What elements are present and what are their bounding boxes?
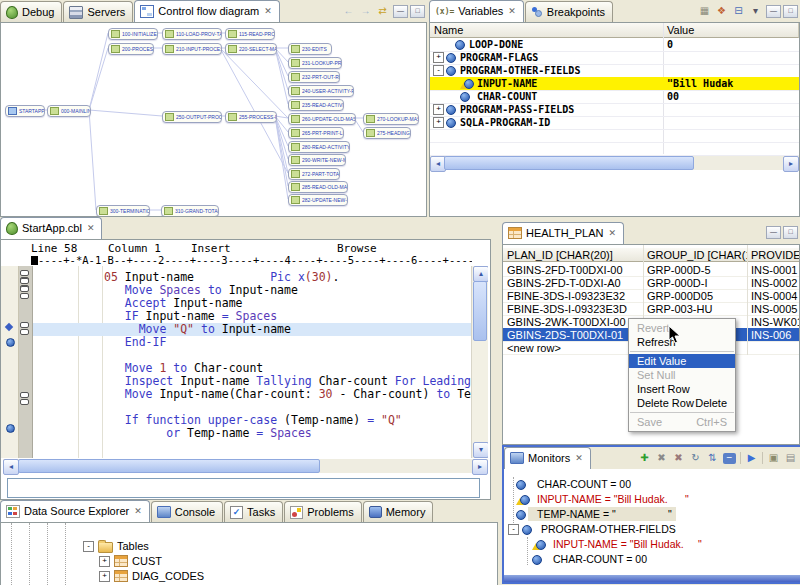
- tree-item-cust[interactable]: +CUST: [99, 554, 162, 569]
- flow-node-235-read-activity[interactable]: 235-READ-ACTIVITY: [288, 99, 344, 111]
- tab-variables[interactable]: (x)=Variables✕: [429, 0, 524, 22]
- column-header-provider-cha[interactable]: PROVIDER [CHA: [747, 248, 800, 262]
- tab-memory[interactable]: Memory: [363, 501, 434, 522]
- menu-item-insert-row[interactable]: Insert Row: [629, 382, 735, 396]
- close-icon[interactable]: ✕: [134, 506, 142, 516]
- collapse-icon[interactable]: -: [83, 541, 94, 552]
- control-flow-diagram-canvas[interactable]: STARTAPP000-MAINLINE100-INITIALIZE110-LO…: [0, 22, 427, 217]
- tab-problems[interactable]: Problems: [284, 501, 361, 522]
- editor-body[interactable]: 05 Input-name Pic x(30). Move Spaces to …: [1, 266, 488, 458]
- flow-node-200-process[interactable]: 200-PROCESS: [108, 43, 154, 55]
- tab-startapp-cbl[interactable]: StartApp.cbl✕: [0, 217, 102, 239]
- tree-item-diag-codes[interactable]: +DIAG_CODES: [99, 569, 204, 584]
- column-header-group-id-char-10[interactable]: GROUP_ID [CHAR(10)]: [643, 248, 751, 262]
- variable-row-char-count[interactable]: CHAR-COUNT00: [430, 90, 799, 104]
- scroll-right-button[interactable]: ▸: [783, 156, 799, 172]
- scroll-down-button[interactable]: ▾: [473, 442, 488, 458]
- flow-node-220-select-max[interactable]: 220-SELECT-MAX: [225, 43, 277, 55]
- scroll-left-button[interactable]: ◂: [3, 459, 19, 475]
- tab-debug[interactable]: Debug: [0, 1, 62, 22]
- variable-row-program-pass-fields[interactable]: +PROGRAM-PASS-FIELDS: [430, 103, 799, 117]
- show-logical-structure-button[interactable]: ❖: [713, 3, 730, 19]
- tab-health-plan[interactable]: HEALTH_PLAN✕: [502, 222, 624, 244]
- refresh-monitors-button[interactable]: ↻: [687, 450, 704, 466]
- monitor-row[interactable]: INPUT-NAME = "Bill Hudak.": [504, 537, 800, 551]
- close-icon[interactable]: ✕: [264, 6, 272, 16]
- maximize-button[interactable]: □: [410, 5, 425, 18]
- flow-node-230-edits[interactable]: 230-EDITS: [288, 43, 332, 55]
- editor-vscrollbar[interactable]: ▴▾: [471, 266, 488, 458]
- scrollbar-thumb[interactable]: [444, 156, 694, 170]
- remove-all-monitors-button[interactable]: ✖: [670, 450, 687, 466]
- column-header-value[interactable]: Value: [663, 23, 799, 38]
- collapse-icon[interactable]: -: [433, 65, 444, 76]
- tree-item-tables[interactable]: -Tables: [83, 539, 149, 554]
- column-header-name[interactable]: Name: [430, 23, 664, 38]
- flow-node-270-lookup-master[interactable]: 270-LOOKUP-MASTER: [363, 113, 419, 125]
- minimize-button[interactable]: —: [766, 226, 781, 239]
- flow-node-272-part-totals[interactable]: 272-PART-TOTALS: [288, 168, 340, 180]
- menu-item-refresh[interactable]: Refresh: [629, 335, 735, 349]
- back-button[interactable]: ←: [340, 3, 357, 19]
- tab-monitors[interactable]: Monitors✕: [504, 447, 591, 469]
- add-monitor-button[interactable]: ✚: [636, 450, 653, 466]
- menu-item-delete-row[interactable]: Delete RowDelete: [629, 396, 735, 410]
- flow-node-265-prt-print-line[interactable]: 265-PRT-PRINT-LINE: [288, 127, 344, 139]
- scroll-up-button[interactable]: ▴: [473, 266, 488, 282]
- expand-icon[interactable]: +: [433, 117, 444, 128]
- breakpoint-dot-icon[interactable]: [6, 338, 15, 347]
- remove-monitor-button[interactable]: ✖: [653, 450, 670, 466]
- monitor-row[interactable]: CHAR-COUNT = 00: [504, 477, 800, 491]
- flow-node-255-process-rpt[interactable]: 255-PROCESS-RPT: [225, 111, 277, 123]
- show-type-names-button[interactable]: ▦: [696, 3, 713, 19]
- flow-node-100-initialize[interactable]: 100-INITIALIZE: [108, 28, 158, 40]
- collapse-all-button[interactable]: −: [723, 453, 736, 464]
- flow-node-110-load-prov-table[interactable]: 110-LOAD-PROV-TABLE: [162, 28, 222, 40]
- table-row[interactable]: GBINS-2FD-T00DXI-00GRP-000D-5INS-0001: [503, 263, 799, 277]
- maximize-button[interactable]: □: [783, 226, 798, 239]
- table-row[interactable]: FBINE-3DS-I-09323E3DGRP-003-HUINS-0005: [503, 302, 799, 316]
- flow-node-280-read-activity-rec[interactable]: 280-READ-ACTIVITY-REC: [288, 141, 350, 153]
- tab-control-flow-diagram[interactable]: Control flow diagram✕: [134, 0, 279, 22]
- variable-row-input-name[interactable]: INPUT-NAME"Bill Hudak: [430, 77, 799, 91]
- flow-node-240-user-activity-rec[interactable]: 240-USER-ACTIVITY-REC: [288, 85, 354, 97]
- maximize-button[interactable]: □: [783, 5, 798, 18]
- close-icon[interactable]: ✕: [87, 223, 95, 233]
- scroll-right-button[interactable]: ▸: [472, 459, 488, 475]
- print-button[interactable]: ▤: [782, 450, 799, 466]
- cobol-editor[interactable]: Line 58Column 1InsertBrowse----+-*A-1-B-…: [0, 239, 491, 500]
- breakpoint-dot-icon[interactable]: [6, 424, 15, 433]
- flow-node-startapp[interactable]: STARTAPP: [5, 105, 45, 117]
- copy-button[interactable]: ▣: [765, 450, 782, 466]
- scrollbar-thumb[interactable]: [473, 281, 487, 341]
- variable-row-program-other-fields[interactable]: -PROGRAM-OTHER-FIELDS: [430, 64, 799, 78]
- flow-node-210-input-process[interactable]: 210-INPUT-PROCESS: [162, 43, 222, 55]
- flow-node-000-mainline[interactable]: 000-MAINLINE: [47, 105, 91, 117]
- scrollbar-thumb[interactable]: [18, 459, 320, 473]
- editor-command-field[interactable]: [7, 478, 480, 498]
- view-menu-chevron[interactable]: ▾: [747, 3, 764, 19]
- flow-node-232-prt-out-rec[interactable]: 232-PRT-OUT-REC: [288, 71, 340, 83]
- tab-servers[interactable]: Servers: [63, 1, 133, 22]
- close-icon[interactable]: ✕: [608, 228, 616, 238]
- code-line[interactable]: Move Input-name(Char-count: 30 - Char-co…: [104, 388, 488, 401]
- table-row[interactable]: GBINS-2FD-T-0DXI-A0GRP-000D-IINS-0002: [503, 276, 799, 290]
- editor-hscrollbar[interactable]: ◂▸: [3, 459, 488, 473]
- minimize-button[interactable]: —: [393, 5, 408, 18]
- expand-icon[interactable]: +: [99, 556, 110, 567]
- run-to-monitor-button[interactable]: ▶: [743, 450, 760, 466]
- variable-row-loop-done[interactable]: LOOP-DONE0: [430, 38, 799, 52]
- minimize-button[interactable]: —: [766, 5, 781, 18]
- link-with-editor-button[interactable]: ⇄: [374, 3, 391, 19]
- flow-node-282-update-new-mstr[interactable]: 282-UPDATE-NEW-MSTR: [288, 194, 348, 206]
- flow-node-231-lookup-prov[interactable]: 231-LOOKUP-PROV: [288, 57, 342, 69]
- close-icon[interactable]: ✕: [575, 453, 583, 463]
- fold-marker-icon[interactable]: [20, 322, 29, 336]
- flow-node-310-grand-totals[interactable]: 310-GRAND-TOTALS: [161, 205, 219, 217]
- monitor-row[interactable]: -PROGRAM-OTHER-FIELDS: [504, 522, 800, 536]
- tab-tasks[interactable]: ✓Tasks: [224, 501, 283, 522]
- tab-console[interactable]: Console: [151, 501, 223, 522]
- flow-node-115-read-prov[interactable]: 115-READ-PROV: [225, 28, 275, 40]
- fold-marker-icon[interactable]: [20, 286, 29, 300]
- variable-row-program-flags[interactable]: +PROGRAM-FLAGS: [430, 51, 799, 65]
